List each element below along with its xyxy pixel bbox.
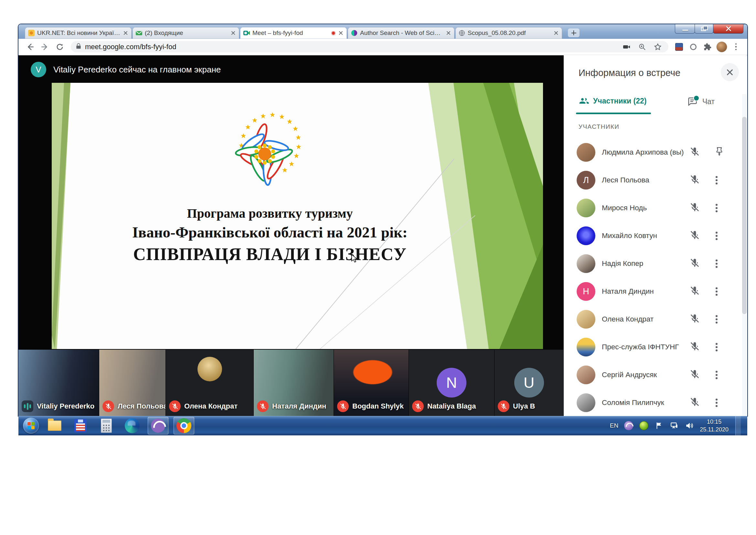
video-tile-bogdan[interactable]: Bogdan Shylyk <box>334 350 409 416</box>
restore-button[interactable] <box>694 24 713 34</box>
participant-row[interactable]: Сергій Андрусяк <box>564 361 747 389</box>
browser-toolbar: meet.google.com/bfs-fyyi-fod <box>18 39 747 55</box>
active-tab-underline <box>576 113 651 114</box>
show-desktop-button[interactable] <box>735 416 741 436</box>
video-tile-olena[interactable]: Олена Кондрат <box>166 350 254 416</box>
more-options-icon[interactable] <box>714 369 719 380</box>
participant-avatar <box>577 366 595 384</box>
participant-row[interactable]: Л Леся Польова <box>564 166 747 194</box>
slide-title-line2: Івано-Франківської області на 2021 рік: <box>55 223 485 241</box>
participant-row[interactable]: Мирося Нодь <box>564 194 747 222</box>
tray-antivirus-icon[interactable] <box>639 421 649 431</box>
more-options-icon[interactable] <box>714 314 719 325</box>
volume-icon[interactable] <box>685 421 694 431</box>
taskbar-bittorrent-button[interactable] <box>148 417 168 435</box>
mic-off-icon <box>690 258 700 269</box>
participant-row[interactable]: Н Наталя Диндин <box>564 277 747 305</box>
tab-close-icon[interactable] <box>123 30 128 36</box>
tab-meet-active[interactable]: Meet – bfs-fyyi-fod <box>240 27 347 39</box>
extension-screenshot-icon[interactable] <box>673 41 685 53</box>
close-window-button[interactable] <box>713 24 743 34</box>
panel-scrollbar-thumb[interactable] <box>742 117 747 314</box>
video-tile-vitaliy[interactable]: Vitaliy Perederko <box>18 350 99 416</box>
more-options-icon[interactable] <box>714 230 719 241</box>
video-tile-ulya[interactable]: U Ulya B <box>495 350 564 416</box>
forward-button[interactable] <box>39 41 51 53</box>
video-tile-nataliya-blaga[interactable]: N Nataliya Blaga <box>409 350 495 416</box>
minimize-button[interactable] <box>675 24 695 34</box>
more-options-icon[interactable] <box>714 175 719 186</box>
video-tile-natalya[interactable]: Наталя Диндин <box>254 350 334 416</box>
taskbar-commander-button[interactable] <box>70 417 91 435</box>
back-button[interactable] <box>24 41 37 53</box>
participant-row[interactable]: Олена Кондрат <box>564 305 747 333</box>
action-center-flag-icon[interactable] <box>654 421 664 431</box>
more-options-icon[interactable] <box>714 342 719 352</box>
panel-close-button[interactable] <box>721 63 739 81</box>
tab-participants-label: Участники (22) <box>593 97 646 105</box>
mouse-cursor <box>351 254 359 263</box>
chat-unread-dot <box>693 95 699 101</box>
taskbar-chrome-button[interactable] <box>174 417 194 435</box>
taskbar-calculator-button[interactable] <box>96 417 117 435</box>
taskbar-edge-button[interactable] <box>122 417 143 435</box>
network-icon[interactable] <box>669 421 679 431</box>
participant-row[interactable]: Людмила Архипова (вы) <box>564 138 747 166</box>
tab-scopus[interactable]: Scopus_05.08.20.pdf <box>455 27 562 39</box>
participant-row[interactable]: Соломія Пилипчук <box>564 389 747 416</box>
taskbar-explorer-button[interactable] <box>44 417 65 435</box>
pin-icon[interactable] <box>714 147 724 158</box>
reload-button[interactable] <box>53 41 66 53</box>
tab-ukrnet[interactable]: UKR.NET: Всі новини України, о <box>25 27 132 39</box>
address-bar[interactable]: meet.google.com/bfs-fyyi-fod <box>71 41 668 52</box>
participant-name: Мирося Нодь <box>602 204 647 212</box>
tab-chat[interactable]: Чат <box>687 97 715 106</box>
browser-menu-icon[interactable] <box>730 41 742 53</box>
participant-row[interactable]: Прес-служба ІФНТУНГ <box>564 333 747 361</box>
participant-row[interactable]: Михайло Ковтун <box>564 222 747 250</box>
tab-title: (2) Входящие <box>145 29 228 37</box>
participant-name: Михайло Ковтун <box>602 232 657 240</box>
tray-bittorrent-icon[interactable] <box>624 421 634 431</box>
meet-stage: V Vitaliy Perederko сейчас на главном эк… <box>18 55 564 416</box>
mic-off-icon <box>690 286 700 297</box>
tab-title: Author Search - Web of Science <box>360 29 443 37</box>
more-options-icon[interactable] <box>714 258 719 269</box>
mic-off-icon <box>690 314 700 325</box>
taskbar-clock[interactable]: 10:15 25.11.2020 <box>700 418 729 434</box>
start-button[interactable] <box>23 418 39 434</box>
zoom-page-icon[interactable] <box>636 41 648 53</box>
mic-muted-icon <box>412 401 424 412</box>
new-tab-button[interactable] <box>568 28 580 37</box>
participant-avatar <box>577 143 595 162</box>
tile-name: Ulya B <box>513 402 535 410</box>
tab-close-icon[interactable] <box>230 30 236 36</box>
participants-section-label: УЧАСТНИКИ <box>579 123 619 130</box>
presenter-avatar: V <box>31 62 46 77</box>
more-options-icon[interactable] <box>714 203 719 213</box>
tile-name: Bogdan Shylyk <box>352 402 404 410</box>
tab-inbox[interactable]: (2) Входящие <box>132 27 239 39</box>
extensions-puzzle-icon[interactable] <box>701 41 714 53</box>
video-tile-lesya[interactable]: Леся Польова <box>99 350 166 416</box>
tab-participants[interactable]: Участники (22) <box>579 97 646 105</box>
bookmark-star-icon[interactable] <box>652 41 664 53</box>
tile-avatar <box>198 357 222 381</box>
language-indicator[interactable]: EN <box>610 422 618 429</box>
tab-wos[interactable]: Author Search - Web of Science <box>348 27 454 39</box>
tab-close-icon[interactable] <box>446 30 451 36</box>
tab-chat-label: Чат <box>702 98 715 106</box>
panel-title: Информация о встрече <box>579 68 680 78</box>
more-options-icon[interactable] <box>714 286 719 297</box>
participant-row[interactable]: Надія Копер <box>564 250 747 277</box>
extension-ring-icon[interactable] <box>687 41 699 53</box>
participant-avatar <box>577 226 595 245</box>
participant-name: Олена Кондрат <box>602 315 654 324</box>
more-options-icon[interactable] <box>714 397 719 408</box>
tab-close-icon[interactable] <box>338 30 343 36</box>
participant-name: Людмила Архипова (вы) <box>602 148 684 156</box>
profile-avatar[interactable] <box>716 41 728 53</box>
participant-avatar <box>577 254 595 273</box>
tab-camera-indicator-icon[interactable] <box>621 41 633 53</box>
tab-close-icon[interactable] <box>554 30 559 36</box>
